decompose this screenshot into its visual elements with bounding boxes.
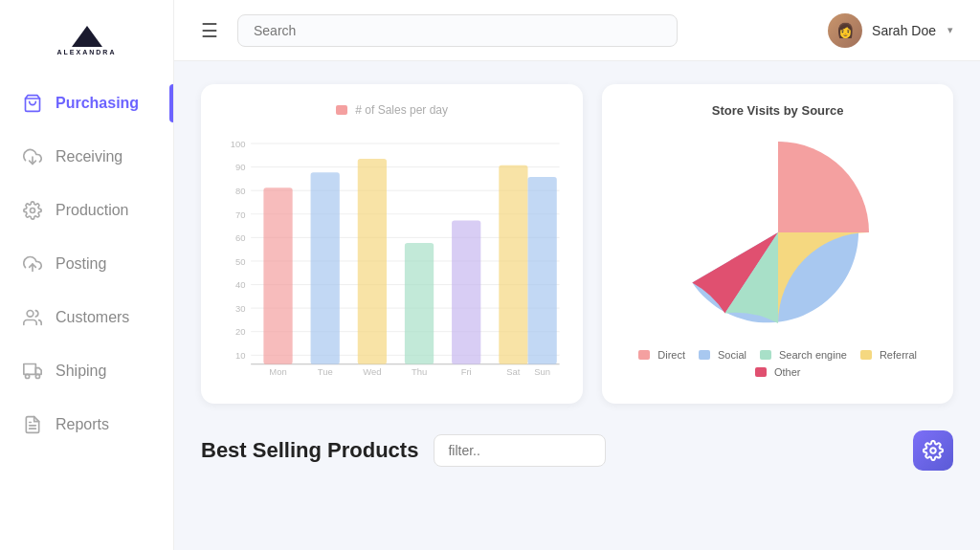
bar-thu — [405, 243, 434, 364]
legend-search-dot — [760, 350, 771, 360]
logo-text: ALEXANDRA — [57, 49, 117, 55]
best-selling-row: Best Selling Products — [201, 430, 953, 471]
svg-text:40: 40 — [235, 279, 246, 290]
svg-point-39 — [930, 448, 936, 453]
header: ☰ 👩 Sarah Doe ▾ — [174, 0, 980, 61]
svg-text:Mon: Mon — [269, 366, 286, 377]
sidebar-item-receiving[interactable]: Receiving — [0, 130, 173, 184]
svg-text:60: 60 — [235, 232, 246, 243]
sidebar: ALEXANDRA Purchasing Receiving — [0, 0, 174, 550]
legend-direct-label: Direct — [657, 349, 685, 361]
sidebar-item-shipping[interactable]: Shiping — [0, 344, 173, 398]
bar-wed — [358, 159, 387, 364]
svg-text:10: 10 — [235, 350, 246, 361]
sidebar-item-purchasing[interactable]: Purchasing — [0, 77, 173, 130]
app-logo: ALEXANDRA — [0, 0, 173, 77]
filter-input[interactable] — [434, 434, 606, 467]
reports-icon — [23, 415, 42, 434]
user-name: Sarah Doe — [872, 23, 936, 38]
bar-mon — [263, 187, 292, 363]
chevron-down-icon[interactable]: ▾ — [947, 24, 953, 36]
bar-chart-legend: # of Sales per day — [220, 103, 564, 118]
legend-direct-dot — [638, 350, 650, 360]
customers-icon — [23, 308, 42, 327]
bar-chart-svg: 100 90 80 70 60 50 40 30 20 10 — [220, 127, 564, 381]
sidebar-item-reports[interactable]: Reports — [0, 398, 173, 451]
svg-point-4 — [27, 311, 33, 318]
svg-rect-5 — [24, 364, 35, 375]
menu-icon[interactable]: ☰ — [201, 19, 218, 42]
svg-text:Tue: Tue — [318, 366, 333, 377]
sidebar-item-label-receiving: Receiving — [56, 148, 122, 165]
svg-text:70: 70 — [235, 209, 246, 220]
gear-icon — [923, 440, 944, 461]
gear-button[interactable] — [913, 430, 953, 471]
pie-direct — [778, 142, 869, 232]
bar-tue — [311, 172, 340, 363]
pie-chart-container: Direct Social Search engine Referra — [621, 127, 934, 378]
sidebar-item-label-posting: Posting — [56, 255, 106, 273]
sidebar-item-label-purchasing: Purchasing — [56, 95, 139, 112]
bar-fri — [452, 220, 480, 363]
sidebar-item-posting[interactable]: Posting — [0, 237, 173, 291]
sidebar-item-label-production: Production — [56, 202, 129, 219]
legend-social: Social — [699, 349, 746, 361]
legend-search-label: Search engine — [779, 349, 847, 361]
svg-text:100: 100 — [231, 139, 246, 149]
bar-sat — [499, 165, 527, 364]
purchasing-icon — [23, 94, 42, 113]
legend-search: Search engine — [760, 349, 847, 361]
receiving-icon — [23, 147, 42, 166]
best-selling-title: Best Selling Products — [201, 438, 418, 463]
search-bar — [237, 14, 678, 47]
sidebar-item-label-shipping: Shiping — [56, 363, 106, 380]
legend-other-label: Other — [774, 366, 801, 378]
legend-referral-dot — [860, 350, 872, 360]
pie-chart-card: Store Visits by Source — [602, 84, 953, 404]
legend-social-label: Social — [718, 349, 746, 361]
header-right: 👩 Sarah Doe ▾ — [828, 13, 953, 48]
search-input[interactable] — [237, 14, 678, 47]
logo-triangle — [72, 26, 102, 47]
svg-text:Sat: Sat — [506, 366, 521, 377]
svg-point-2 — [31, 209, 35, 213]
svg-text:Thu: Thu — [412, 366, 427, 377]
pie-chart-svg — [663, 127, 893, 338]
legend-other: Other — [755, 366, 801, 378]
production-icon — [23, 201, 42, 220]
pie-chart-title: Store Visits by Source — [621, 103, 934, 118]
svg-text:20: 20 — [235, 326, 246, 337]
svg-text:Fri: Fri — [461, 366, 472, 377]
shipping-icon — [23, 362, 42, 381]
sidebar-item-customers[interactable]: Customers — [0, 291, 173, 344]
svg-text:80: 80 — [235, 186, 246, 196]
charts-row: # of Sales per day 100 90 80 70 60 50 40… — [201, 84, 953, 404]
svg-text:50: 50 — [235, 256, 246, 267]
svg-point-7 — [26, 374, 30, 378]
bar-sun — [528, 177, 557, 364]
legend-other-dot — [755, 367, 767, 377]
legend-referral-label: Referral — [880, 349, 917, 361]
posting-icon — [23, 254, 42, 274]
svg-point-8 — [35, 374, 39, 378]
sidebar-item-production[interactable]: Production — [0, 184, 173, 237]
svg-text:Wed: Wed — [363, 366, 381, 377]
content-area: # of Sales per day 100 90 80 70 60 50 40… — [174, 61, 980, 550]
legend-social-dot — [699, 350, 710, 360]
sidebar-item-label-customers: Customers — [56, 309, 129, 326]
sidebar-item-label-reports: Reports — [56, 416, 109, 433]
bar-chart-title: # of Sales per day — [355, 103, 448, 117]
svg-text:90: 90 — [235, 162, 246, 172]
bar-chart-legend-dot — [336, 105, 347, 115]
legend-referral: Referral — [860, 349, 917, 361]
legend-direct: Direct — [638, 349, 685, 361]
pie-legend: Direct Social Search engine Referra — [621, 349, 934, 378]
bar-chart-card: # of Sales per day 100 90 80 70 60 50 40… — [201, 84, 583, 404]
svg-marker-6 — [35, 368, 41, 375]
svg-text:Sun: Sun — [534, 366, 550, 377]
main-content: ☰ 👩 Sarah Doe ▾ # of Sales per day — [174, 0, 980, 550]
avatar: 👩 — [828, 13, 862, 48]
svg-text:30: 30 — [235, 303, 246, 314]
